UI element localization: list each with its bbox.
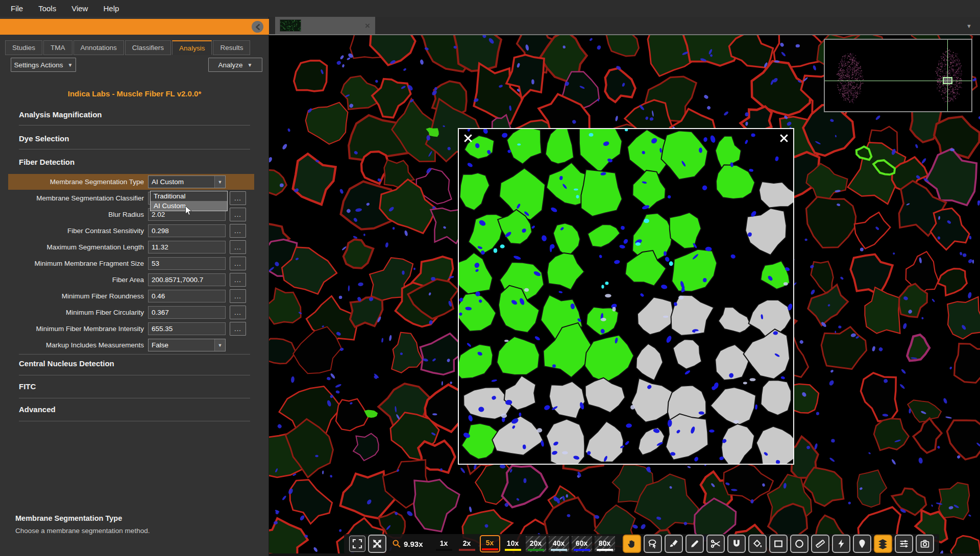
zoom-level-40x[interactable]: 40x: [549, 536, 569, 552]
ellipsis-button[interactable]: ...: [230, 306, 246, 319]
settings-actions-button[interactable]: Settings Actions ▼: [11, 58, 76, 72]
divider: [19, 149, 250, 149]
field-row-membrane-segmentation-type: Membrane Segmentation Type AI Custom ▼: [8, 174, 254, 190]
settings-actions-label: Settings Actions: [14, 61, 63, 69]
ellipsis-button[interactable]: ...: [230, 208, 246, 221]
magnet-tool-button[interactable]: [727, 535, 746, 553]
menu-bar: File Tools View Help: [0, 0, 980, 17]
section-dye-selection[interactable]: Dye Selection: [19, 134, 69, 143]
divider: [19, 354, 250, 355]
field-label: Minimum Fiber Circularity: [8, 309, 144, 316]
zoom-level-60x[interactable]: 60x: [572, 536, 592, 552]
zoom-level-10x[interactable]: 10x: [503, 536, 523, 552]
tab-results[interactable]: Results: [213, 40, 250, 55]
selected-value: AI Custom: [149, 178, 214, 186]
tab-classifiers[interactable]: Classifiers: [125, 40, 171, 55]
tab-annotations[interactable]: Annotations: [74, 40, 124, 55]
popup-close-left-button[interactable]: [461, 132, 475, 145]
menu-item-help[interactable]: Help: [95, 4, 127, 13]
dropdown-option-traditional[interactable]: Traditional: [151, 191, 227, 201]
maximum-segmentation-length-input[interactable]: 11.32: [148, 241, 226, 254]
chevron-down-icon[interactable]: ▼: [214, 176, 225, 188]
lasso-select-tool-button[interactable]: [644, 535, 662, 553]
camera-tool-button[interactable]: [916, 535, 934, 553]
fiber-area-input[interactable]: 200.8571,7000.7: [148, 273, 226, 286]
fit-to-screen-button[interactable]: [349, 536, 365, 552]
tab-analysis[interactable]: Analysis: [172, 40, 212, 55]
flash-tool-button[interactable]: [832, 535, 850, 553]
pin-icon: [857, 539, 867, 549]
membrane-segmentation-type-select[interactable]: AI Custom ▼: [148, 175, 226, 188]
chevron-down-icon[interactable]: ▼: [966, 23, 972, 29]
analyze-button[interactable]: Analyze ▼: [208, 58, 262, 72]
chevron-down-icon[interactable]: ▼: [214, 339, 225, 351]
rectangle-icon: [773, 539, 783, 549]
zoom-level-20x[interactable]: 20x: [526, 536, 546, 552]
field-label: Minimum Fiber Membrane Intensity: [8, 325, 144, 333]
popup-close-right-button[interactable]: [777, 132, 791, 145]
zoom-underline: [597, 549, 613, 551]
expand-arrows-icon: [372, 538, 383, 549]
markup-includes-measurements-select[interactable]: False ▼: [148, 339, 226, 351]
zoom-readout[interactable]: 9.93x: [392, 539, 423, 548]
field-label: Blur Radius: [8, 211, 144, 218]
ellipse-tool-button[interactable]: [790, 535, 808, 553]
arrow-left-icon: [255, 24, 261, 30]
slide-thumbnail: [280, 20, 301, 31]
rectangle-tool-button[interactable]: [769, 535, 788, 553]
field-label: Fiber Area: [8, 276, 144, 284]
ruler-tool-button[interactable]: [811, 535, 829, 553]
minimum-fiber-membrane-intensity-input[interactable]: 655.35: [148, 322, 226, 335]
section-fiber-detection[interactable]: Fiber Detection: [19, 158, 75, 166]
minimap[interactable]: [824, 39, 972, 112]
divider: [19, 125, 250, 125]
menu-item-view[interactable]: View: [64, 4, 95, 13]
ellipsis-button[interactable]: ...: [230, 191, 246, 205]
section-central-nucleus-detection[interactable]: Central Nucleus Detection: [19, 359, 114, 368]
pin-tool-button[interactable]: [853, 535, 871, 553]
zoom-level-2x[interactable]: 2x: [457, 536, 477, 552]
tab-tma[interactable]: TMA: [43, 40, 72, 55]
tab-close-button[interactable]: ×: [365, 21, 370, 30]
brush-tool-button[interactable]: [665, 535, 683, 553]
scissors-tool-button[interactable]: [706, 535, 725, 553]
section-fitc[interactable]: FITC: [19, 382, 36, 391]
adjustments-tool-button[interactable]: [895, 535, 913, 553]
zoom-level-5x[interactable]: 5x: [480, 535, 500, 552]
ellipsis-button[interactable]: ...: [230, 257, 246, 270]
field-row-minimum-fiber-roundness: Minimum Fiber Roundness 0.46 ...: [8, 288, 254, 304]
field-row-maximum-segmentation-length: Maximum Segmentation Length 11.32 ...: [8, 239, 254, 255]
minimum-fiber-circularity-input[interactable]: 0.367: [148, 306, 226, 319]
section-analysis-magnification[interactable]: Analysis Magnification: [19, 110, 102, 119]
slide-tab[interactable]: ×: [275, 17, 375, 34]
layers-tool-button[interactable]: [874, 535, 892, 553]
zoom-label: 40x: [553, 539, 565, 549]
zoom-label: 2x: [463, 539, 471, 549]
fill-bucket-tool-button[interactable]: [748, 535, 767, 553]
viewer-toolbar: 9.93x 1x 2x 5x 10x 20x: [344, 534, 939, 553]
collapse-panel-button[interactable]: [252, 21, 263, 33]
section-advanced[interactable]: Advanced: [19, 405, 56, 414]
menu-item-file[interactable]: File: [3, 4, 31, 13]
menu-item-tools[interactable]: Tools: [31, 4, 64, 13]
pencil-icon: [690, 539, 700, 549]
ellipsis-button[interactable]: ...: [230, 322, 246, 336]
zoom-label: 20x: [530, 539, 542, 549]
pencil-tool-button[interactable]: [685, 535, 704, 553]
ellipsis-button[interactable]: ...: [230, 224, 246, 238]
zoom-level-1x[interactable]: 1x: [434, 536, 454, 552]
pan-hand-tool-button[interactable]: [623, 535, 641, 553]
markup-preview-image: [459, 129, 793, 464]
ellipsis-button[interactable]: ...: [230, 289, 246, 303]
minimum-membrane-fragment-size-input[interactable]: 53: [148, 257, 226, 270]
zoom-level-80x[interactable]: 80x: [595, 536, 615, 552]
pan-extents-button[interactable]: [368, 535, 386, 553]
ellipsis-button[interactable]: ...: [230, 273, 246, 287]
field-row-fiber-contrast-sensitivity: Fiber Contrast Sensitivity 0.298 ...: [8, 223, 254, 239]
field-label: Minimum Membrane Fragment Size: [8, 260, 144, 267]
minimum-fiber-roundness-input[interactable]: 0.46: [148, 290, 226, 302]
tab-studies[interactable]: Studies: [5, 40, 42, 55]
ellipsis-button[interactable]: ...: [230, 240, 246, 254]
fiber-contrast-sensitivity-input[interactable]: 0.298: [148, 224, 226, 237]
field-label: Membrane Segmentation Type: [8, 178, 144, 186]
